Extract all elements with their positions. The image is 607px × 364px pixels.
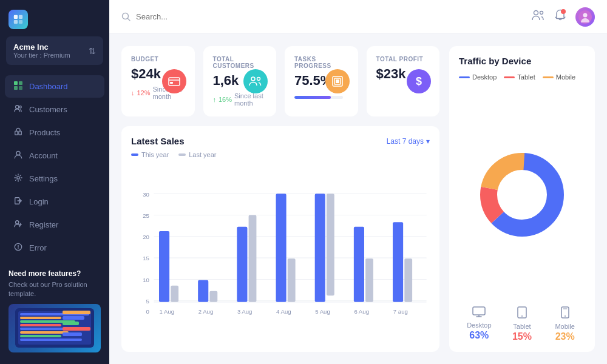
svg-text:10: 10 xyxy=(143,277,149,283)
sidebar-nav: Dashboard Customers Products Account Set… xyxy=(0,72,109,262)
register-icon xyxy=(13,220,23,230)
search-input[interactable] xyxy=(136,12,245,21)
legend-tablet-label: Tablet xyxy=(517,73,535,81)
tablet-name: Tablet xyxy=(513,323,531,330)
tasks-icon xyxy=(325,69,350,93)
svg-rect-3 xyxy=(19,20,22,24)
stat-card-tasks: TASKS PROGRESS 75.5% xyxy=(285,46,358,116)
stat-card-budget: BUDGET $24k ↓ 12% Since last month xyxy=(121,46,195,116)
sales-card: Latest Sales Last 7 days ▾ This year Las… xyxy=(121,126,439,352)
svg-text:2 Aug: 2 Aug xyxy=(198,308,214,315)
legend-dot-last-year xyxy=(178,153,186,156)
svg-rect-7 xyxy=(19,86,22,90)
svg-point-73 xyxy=(565,315,566,317)
stats-row: BUDGET $24k ↓ 12% Since last month xyxy=(121,46,439,116)
mobile-pct: 23% xyxy=(555,331,575,342)
svg-rect-51 xyxy=(288,258,296,302)
search-bar[interactable] xyxy=(121,12,245,22)
desktop-pct: 63% xyxy=(469,330,489,341)
sidebar-item-dashboard[interactable]: Dashboard xyxy=(5,75,104,98)
customers-change: ↑ 16% Since last month xyxy=(213,92,267,107)
svg-rect-44 xyxy=(159,231,169,302)
budget-icon xyxy=(162,69,186,93)
sidebar-item-products[interactable]: Products xyxy=(5,121,104,144)
login-icon xyxy=(13,197,23,207)
svg-rect-23 xyxy=(169,78,180,86)
sidebar-item-error[interactable]: Error xyxy=(5,237,104,259)
sales-header: Latest Sales Last 7 days ▾ xyxy=(131,136,430,146)
svg-text:5 Aug: 5 Aug xyxy=(315,308,330,315)
legend-desktop: Desktop xyxy=(459,73,497,81)
account-tier: Your tier : Premium xyxy=(13,52,70,59)
tasks-progress-fill xyxy=(294,96,331,99)
legend-desktop-label: Desktop xyxy=(472,73,497,81)
svg-point-68 xyxy=(498,170,546,219)
chart-legend: This year Last year xyxy=(131,151,430,158)
date-filter[interactable]: Last 7 days ▾ xyxy=(387,137,430,146)
donut-chart-wrap xyxy=(459,88,585,302)
down-arrow-icon: ↓ xyxy=(131,89,135,96)
svg-rect-5 xyxy=(19,81,22,85)
svg-point-71 xyxy=(521,315,523,317)
svg-point-9 xyxy=(19,106,22,109)
error-label: Error xyxy=(29,243,47,252)
content-area: BUDGET $24k ↓ 12% Since last month xyxy=(109,34,607,364)
tasks-label: TASKS PROGRESS xyxy=(294,56,348,69)
svg-text:1 Aug: 1 Aug xyxy=(160,308,175,315)
sidebar-item-register[interactable]: Register xyxy=(5,214,104,236)
sidebar-item-customers[interactable]: Customers xyxy=(5,98,104,121)
account-switcher[interactable]: Acme Inc Your tier : Premium ⇅ xyxy=(6,36,103,65)
customers-change-pct: 16% xyxy=(219,96,232,103)
profit-label: TOTAL PROFIT xyxy=(376,56,430,62)
svg-rect-0 xyxy=(14,15,18,19)
sidebar-item-account[interactable]: Account xyxy=(5,144,104,167)
sidebar-logo xyxy=(0,0,109,36)
users-icon[interactable] xyxy=(532,9,545,24)
stat-card-customers: TOTAL CUSTOMERS 1,6k ↑ 16% Since last mo… xyxy=(203,46,277,116)
desktop-name: Desktop xyxy=(467,322,491,329)
notification-badge xyxy=(561,9,566,14)
svg-rect-53 xyxy=(327,194,334,295)
error-icon xyxy=(13,243,23,253)
svg-rect-50 xyxy=(276,194,287,302)
sidebar-item-settings[interactable]: Settings xyxy=(5,167,104,190)
stat-card-profit: TOTAL PROFIT $23k $ xyxy=(367,46,440,116)
legend-dot-this-year xyxy=(131,153,138,156)
svg-point-19 xyxy=(534,11,538,15)
svg-text:3 Aug: 3 Aug xyxy=(237,308,253,315)
svg-rect-6 xyxy=(14,86,18,90)
legend-last-year: Last year xyxy=(178,151,216,158)
svg-text:6 Aug: 6 Aug xyxy=(354,308,369,315)
desktop-icon xyxy=(472,306,486,320)
legend-this-year: This year xyxy=(131,151,169,158)
notifications-icon[interactable] xyxy=(555,9,566,24)
budget-change-pct: 12% xyxy=(137,89,151,96)
legend-tablet: Tablet xyxy=(504,73,535,81)
svg-rect-10 xyxy=(15,131,18,135)
mobile-name: Mobile xyxy=(555,323,574,330)
svg-rect-46 xyxy=(198,280,208,302)
customers-label-stat: TOTAL CUSTOMERS xyxy=(213,56,267,69)
search-icon xyxy=(121,12,131,22)
sales-bar-chart: 30 25 20 15 10 5 0 xyxy=(131,162,430,342)
register-label: Register xyxy=(29,220,58,229)
mobile-icon xyxy=(561,306,569,322)
header-actions xyxy=(532,7,595,27)
tasks-progress-wrap xyxy=(294,96,348,99)
traffic-card: Traffic by Device Desktop Tablet Mobile xyxy=(449,46,595,352)
customers-icon xyxy=(13,104,23,115)
svg-rect-47 xyxy=(209,291,217,302)
chevron-down-icon: ▾ xyxy=(426,137,430,146)
promo-image xyxy=(8,304,101,352)
account-label: Account xyxy=(29,151,58,160)
tasks-progress-bar xyxy=(294,96,343,99)
date-filter-label: Last 7 days xyxy=(387,137,424,146)
user-avatar[interactable] xyxy=(575,7,595,27)
svg-text:25: 25 xyxy=(143,212,149,219)
profit-icon: $ xyxy=(407,69,431,93)
account-arrow-icon: ⇅ xyxy=(89,46,96,56)
svg-rect-56 xyxy=(393,222,403,302)
logo-icon xyxy=(8,10,28,29)
traffic-title: Traffic by Device xyxy=(459,56,585,66)
sidebar-item-login[interactable]: Login xyxy=(5,190,104,213)
